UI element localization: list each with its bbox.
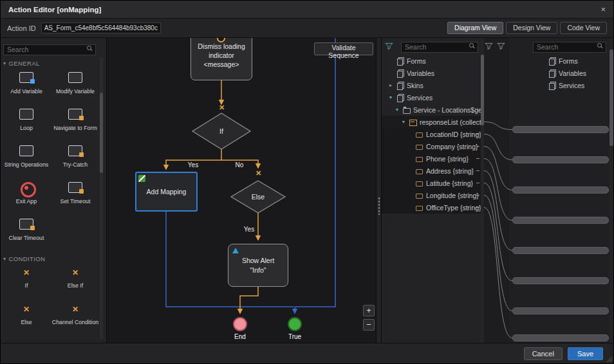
sidebar-scrollbar[interactable] [100,57,103,339]
flow-canvas[interactable]: Dismiss loading indicator <message> ✕ ✕ … [107,38,376,343]
node-text: <message> [191,60,252,69]
action-item-label: Navigate to Form [53,125,97,131]
mapping-row-bar[interactable] [512,307,609,314]
filter-icon[interactable] [385,42,393,50]
mapping-row-bar[interactable] [512,277,609,284]
save-button[interactable]: Save [568,347,603,360]
source-search-input[interactable] [401,42,478,53]
resize-grip[interactable] [606,356,612,362]
actions-sidebar: ▾GENERALAdd VariableModify VariableLoopN… [1,38,107,343]
panel-splitter[interactable] [376,38,382,343]
action-item-exit-app[interactable]: Exit App [2,177,51,214]
action-item-modify-variable[interactable]: Modify Variable [51,68,100,104]
add-mapping-node[interactable]: Add Mapping [135,172,198,212]
view-button-design-view[interactable]: Design View [506,22,557,34]
action-item-string-operations[interactable]: String Operations [2,141,51,177]
close-icon[interactable]: × [600,5,606,14]
dismiss-loading-node[interactable]: Dismiss loading indicator <message> [191,38,252,80]
view-button-code-view[interactable]: Code View [560,22,607,34]
action-item-label: String Operations [5,161,48,168]
sidebar-sections: ▾GENERALAdd VariableModify VariableLoopN… [1,55,106,336]
node-text: Dismiss loading [191,42,252,51]
sidebar-search-input[interactable] [3,44,96,55]
mapping-row-bar[interactable] [512,217,609,224]
action-item-channel-condition[interactable]: Channel Condition [51,300,100,336]
action-item-else[interactable]: Else [2,300,51,336]
section-header-general[interactable]: ▾GENERAL [1,55,106,68]
edge-label-yes: Yes [239,226,259,233]
mapping-panel: FormsVariables▸Skins▾Services▾Service - … [382,38,613,343]
action-id-input[interactable] [41,23,161,33]
exit-app-icon [19,181,34,194]
action-item-if[interactable]: If [2,263,51,300]
node-text: "Info" [228,266,288,275]
true-terminal-node[interactable] [288,317,302,331]
action-id-label: Action ID [7,24,36,32]
chevron-down-icon: ▾ [3,60,6,66]
action-item-label: Modify Variable [56,88,95,95]
action-item-label: Clear Timeout [9,235,44,241]
navigate-to-form-icon [68,108,83,121]
mapping-row-bar[interactable] [512,187,609,194]
set-timeout-icon [68,181,83,194]
cancel-button[interactable]: Cancel [524,347,563,360]
action-item-navigate-to-form[interactable]: Navigate to Form [51,104,100,141]
mapping-row-bar[interactable] [512,126,609,133]
action-editor-dialog: Action Editor [onMapping] × Action ID Di… [0,0,614,364]
modify-variable-icon [68,71,83,84]
else-node[interactable]: Else [231,181,285,213]
source-tree-scrollbar[interactable] [481,38,484,343]
chevron-down-icon: ▾ [3,256,6,262]
node-text: Add Mapping [147,188,187,196]
else-if-icon [70,267,81,278]
footer-bar: Cancel Save [1,343,613,363]
source-search [401,41,478,51]
action-item-set-timeout[interactable]: Set Timeout [51,177,100,214]
action-item-label: Loop [20,125,33,131]
edge-to-true [295,38,335,313]
action-item-label: Exit App [16,198,37,205]
if-node[interactable]: If [192,113,250,149]
zoom-in-button[interactable]: + [363,305,375,316]
view-switcher: Diagram ViewDesign ViewCode View [447,22,607,34]
titlebar: Action Editor [onMapping] × [1,1,613,19]
action-item-loop[interactable]: Loop [2,104,51,141]
condition-x-icon: ✕ [254,169,263,177]
header-row: Action ID Diagram ViewDesign ViewCode Vi… [1,19,613,38]
edge-label-no: No [230,161,249,168]
string-operations-icon [19,145,34,158]
target-search [533,41,606,51]
loop-icon [19,108,34,121]
add-variable-icon [19,71,34,84]
alert-triangle-icon [232,248,239,253]
action-item-label: Set Timeout [60,198,91,205]
mapping-row-bar[interactable] [512,156,609,163]
action-item-try-catch[interactable]: Try-Catch [51,141,100,177]
filter-icon[interactable] [497,42,505,50]
show-alert-node[interactable]: Show Alert "Info" [228,244,288,287]
section-title: CONDITION [8,255,45,262]
action-item-add-variable[interactable]: Add Variable [2,68,51,104]
section-title: GENERAL [8,60,39,67]
condition-x-icon: ✕ [218,104,226,112]
try-catch-icon [68,145,83,158]
action-item-else-if[interactable]: Else If [51,263,100,300]
mapping-row-bar[interactable] [512,247,609,254]
target-panel-scrollbar[interactable] [609,38,613,343]
end-terminal-node[interactable] [233,317,247,331]
section-header-condition[interactable]: ▾CONDITION [1,251,106,263]
channel-condition-icon [70,304,81,315]
view-button-diagram-view[interactable]: Diagram View [447,22,503,34]
action-item-label: Try-Catch [63,161,88,168]
filter-icon[interactable] [485,42,493,50]
mapping-target-rows [382,38,613,343]
action-item-label: Add Variable [10,88,42,95]
action-item-clear-timeout[interactable]: Clear Timeout [2,214,51,251]
zoom-out-button[interactable]: − [363,319,375,331]
validate-sequence-button[interactable]: Validate Sequence [314,42,373,55]
action-item-label: Channel Condition [52,319,98,325]
search-icon [469,43,475,49]
action-item-label: If [25,282,28,289]
mapping-row-bar[interactable] [512,334,609,341]
target-search-input[interactable] [533,42,606,53]
